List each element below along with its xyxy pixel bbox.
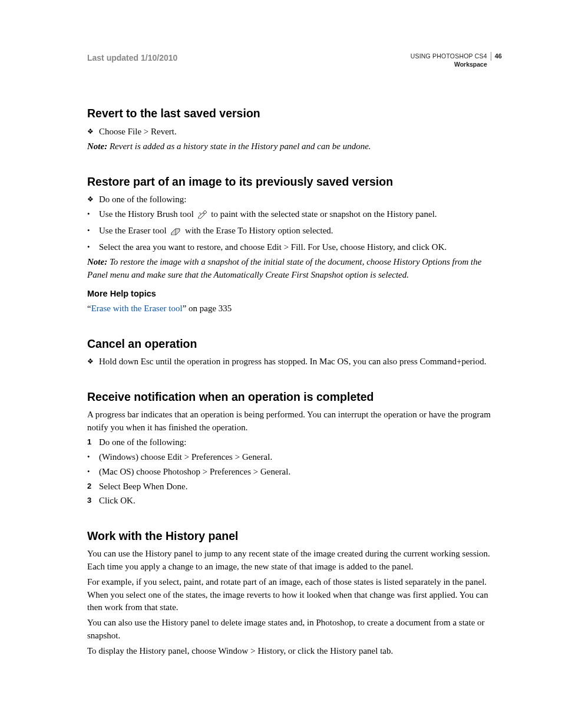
page-number: 46 xyxy=(491,52,502,61)
text-fragment: to paint with the selected state or snap… xyxy=(211,209,437,219)
note-label: Note: xyxy=(87,257,107,266)
paragraph: You can also use the History panel to de… xyxy=(87,617,502,643)
heading-cancel: Cancel an operation xyxy=(87,335,502,352)
step-number: 2 xyxy=(87,480,99,493)
link-suffix: ” on page 335 xyxy=(183,304,232,313)
dot-bullet-icon: • xyxy=(87,208,99,223)
page-header: Last updated 1/10/2010 USING PHOTOSHOP C… xyxy=(87,52,502,68)
dot-bullet-icon: • xyxy=(87,241,99,254)
dot-bullet-icon: • xyxy=(87,225,99,239)
list-item: ❖ Choose File > Revert. xyxy=(87,126,502,139)
note-body: To restore the image with a snapshot of … xyxy=(87,257,481,279)
diamond-bullet-icon: ❖ xyxy=(87,355,99,368)
note-body: Revert is added as a history state in th… xyxy=(107,141,371,151)
list-item: 2 Select Beep When Done. xyxy=(87,480,502,493)
intro-text: A progress bar indicates that an operati… xyxy=(87,409,502,434)
list-item: • Select the area you want to restore, a… xyxy=(87,241,502,254)
heading-history: Work with the History panel xyxy=(87,528,502,544)
dot-bullet-icon: • xyxy=(87,466,99,479)
paragraph: For example, if you select, paint, and r… xyxy=(87,576,502,614)
quote-open: “ xyxy=(87,304,91,313)
text-fragment: Use the Eraser tool xyxy=(99,226,168,235)
text-fragment: Use the History Brush tool xyxy=(99,209,196,219)
list-item: 1 Do one of the following: xyxy=(87,436,502,449)
step-text: Click OK. xyxy=(99,495,502,508)
help-link[interactable]: Erase with the Eraser tool xyxy=(91,304,183,313)
document-page: Last updated 1/10/2010 USING PHOTOSHOP C… xyxy=(0,0,562,728)
section-restore: Restore part of an image to its previous… xyxy=(87,173,502,315)
section-name: Workspace xyxy=(411,60,487,68)
header-right: USING PHOTOSHOP CS4 Workspace 46 xyxy=(411,52,502,68)
step-text: Do one of the following: xyxy=(99,193,502,206)
heading-restore: Restore part of an image to its previous… xyxy=(87,173,502,190)
step-number: 1 xyxy=(87,436,99,449)
step-text: Choose File > Revert. xyxy=(99,126,502,139)
step-text: Select the area you want to restore, and… xyxy=(99,241,502,254)
paragraph: You can use the History panel to jump to… xyxy=(87,548,502,574)
help-link-line: “Erase with the Eraser tool” on page 335 xyxy=(87,302,502,315)
section-revert: Revert to the last saved version ❖ Choos… xyxy=(87,105,502,153)
last-updated: Last updated 1/10/2010 xyxy=(87,52,177,64)
text-fragment: with the Erase To History option selecte… xyxy=(185,226,333,235)
heading-revert: Revert to the last saved version xyxy=(87,105,502,121)
product-name: USING PHOTOSHOP CS4 xyxy=(411,52,487,60)
paragraph: To display the History panel, choose Win… xyxy=(87,645,502,658)
note: Note: To restore the image with a snapsh… xyxy=(87,256,502,282)
diamond-bullet-icon: ❖ xyxy=(87,126,99,139)
step-text: Do one of the following: xyxy=(99,436,502,449)
header-right-text: USING PHOTOSHOP CS4 Workspace xyxy=(411,52,487,68)
section-notify: Receive notification when an operation i… xyxy=(87,388,502,508)
list-item: • (Windows) choose Edit > Preferences > … xyxy=(87,451,502,464)
step-text: Use the Eraser tool with the Erase To Hi… xyxy=(99,225,502,239)
section-cancel: Cancel an operation ❖ Hold down Esc unti… xyxy=(87,335,502,368)
list-item: ❖ Hold down Esc until the operation in p… xyxy=(87,355,502,368)
eraser-icon xyxy=(170,226,181,239)
list-item: • Use the Eraser tool with the Erase To … xyxy=(87,225,502,239)
list-item: ❖ Do one of the following: xyxy=(87,193,502,206)
note-label: Note: xyxy=(87,141,107,151)
list-item: • Use the History Brush tool to paint wi… xyxy=(87,208,502,223)
diamond-bullet-icon: ❖ xyxy=(87,193,99,206)
step-text: (Windows) choose Edit > Preferences > Ge… xyxy=(99,451,502,464)
dot-bullet-icon: • xyxy=(87,451,99,464)
note: Note: Revert is added as a history state… xyxy=(87,140,502,153)
step-text: Use the History Brush tool to paint with… xyxy=(99,208,502,223)
list-item: 3 Click OK. xyxy=(87,495,502,508)
step-text: Hold down Esc until the operation in pro… xyxy=(99,355,502,368)
history-brush-icon xyxy=(197,210,208,223)
step-text: Select Beep When Done. xyxy=(99,480,502,493)
more-help-heading: More Help topics xyxy=(87,288,502,300)
section-history: Work with the History panel You can use … xyxy=(87,528,502,657)
step-text: (Mac OS) choose Photoshop > Preferences … xyxy=(99,466,502,479)
step-number: 3 xyxy=(87,495,99,508)
heading-notify: Receive notification when an operation i… xyxy=(87,388,502,405)
list-item: • (Mac OS) choose Photoshop > Preference… xyxy=(87,466,502,479)
